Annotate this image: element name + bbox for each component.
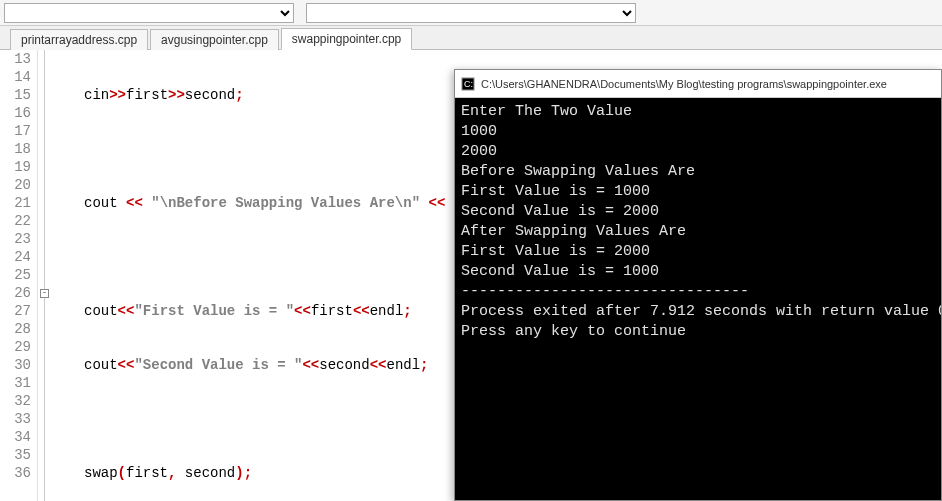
console-title-text: C:\Users\GHANENDRA\Documents\My Blog\tes… (481, 78, 887, 90)
tab-strip: printarrayaddress.cpp avgusingpointer.cp… (0, 26, 942, 50)
fold-gutter: - (38, 50, 52, 501)
fold-toggle-icon[interactable]: - (40, 289, 49, 298)
tab-swappingpointer[interactable]: swappingpointer.cpp (281, 28, 412, 50)
tab-printarrayaddress[interactable]: printarrayaddress.cpp (10, 29, 148, 50)
line-number-gutter: 131415 161718 192021 222324 252627 28293… (0, 50, 38, 501)
svg-text:C:: C: (464, 79, 473, 89)
member-selector-combo[interactable] (306, 3, 636, 23)
console-app-icon: C: (461, 77, 475, 91)
console-window[interactable]: C: C:\Users\GHANENDRA\Documents\My Blog\… (454, 69, 942, 501)
console-output: Enter The Two Value10002000Before Swappi… (455, 98, 941, 346)
console-titlebar[interactable]: C: C:\Users\GHANENDRA\Documents\My Blog\… (455, 70, 941, 98)
top-toolbar (0, 0, 942, 26)
class-selector-combo[interactable] (4, 3, 294, 23)
tab-avgusingpointer[interactable]: avgusingpointer.cpp (150, 29, 279, 50)
